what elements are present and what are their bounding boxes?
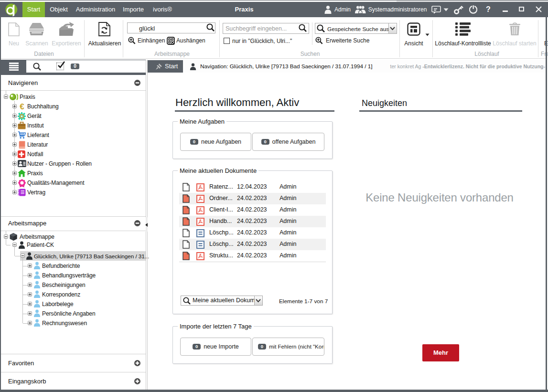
- svg-text:€: €: [20, 103, 24, 110]
